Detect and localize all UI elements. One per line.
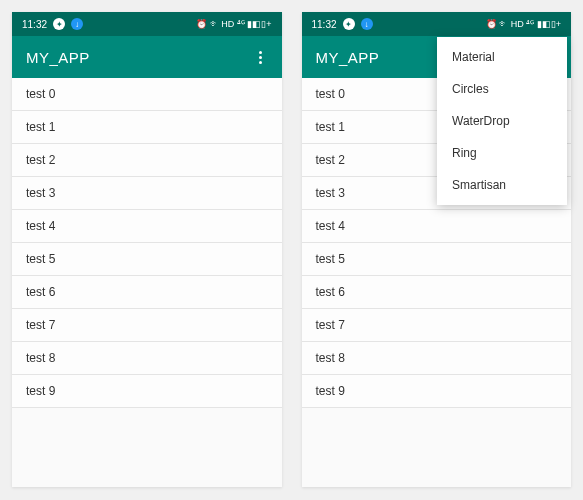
menu-item-smartisan[interactable]: Smartisan	[437, 169, 567, 201]
status-right: ⏰ ᯤ HD ⁴ᴳ ▮◧▯+	[196, 19, 271, 29]
list-item-label: test 1	[26, 120, 55, 134]
list-item-label: test 2	[316, 153, 345, 167]
menu-item-waterdrop[interactable]: WaterDrop	[437, 105, 567, 137]
status-bar: 11:32 ✦ ↓ ⏰ ᯤ HD ⁴ᴳ ▮◧▯+	[302, 12, 572, 36]
list-item-label: test 4	[26, 219, 55, 233]
list-item[interactable]: test 4	[12, 210, 282, 243]
status-bar: 11:32 ✦ ↓ ⏰ ᯤ HD ⁴ᴳ ▮◧▯+	[12, 12, 282, 36]
download-icon: ↓	[361, 18, 373, 30]
app-bar: MY_APP	[12, 36, 282, 78]
list-item-label: test 7	[316, 318, 345, 332]
list-item-label: test 3	[316, 186, 345, 200]
list-item[interactable]: test 5	[12, 243, 282, 276]
menu-item-circles[interactable]: Circles	[437, 73, 567, 105]
list-item-label: test 9	[316, 384, 345, 398]
menu-item-label: Circles	[452, 82, 489, 96]
download-icon: ↓	[71, 18, 83, 30]
list-item[interactable]: test 6	[302, 276, 572, 309]
status-left: 11:32 ✦ ↓	[312, 18, 373, 30]
status-indicators: ⏰ ᯤ HD ⁴ᴳ ▮◧▯+	[196, 19, 271, 29]
list-item[interactable]: test 2	[12, 144, 282, 177]
list-item[interactable]: test 9	[302, 375, 572, 408]
list-item[interactable]: test 9	[12, 375, 282, 408]
list-item[interactable]: test 7	[302, 309, 572, 342]
status-left: 11:32 ✦ ↓	[22, 18, 83, 30]
list-item-label: test 9	[26, 384, 55, 398]
app-title: MY_APP	[26, 49, 90, 66]
menu-item-label: Smartisan	[452, 178, 506, 192]
list-item[interactable]: test 8	[12, 342, 282, 375]
status-right: ⏰ ᯤ HD ⁴ᴳ ▮◧▯+	[486, 19, 561, 29]
list-item-label: test 3	[26, 186, 55, 200]
list-item[interactable]: test 7	[12, 309, 282, 342]
list-item-label: test 6	[316, 285, 345, 299]
menu-item-label: Material	[452, 50, 495, 64]
wechat-icon: ✦	[343, 18, 355, 30]
menu-item-ring[interactable]: Ring	[437, 137, 567, 169]
list-item[interactable]: test 8	[302, 342, 572, 375]
status-time: 11:32	[22, 19, 47, 30]
list-item[interactable]: test 4	[302, 210, 572, 243]
list-item-label: test 5	[316, 252, 345, 266]
list-item-label: test 2	[26, 153, 55, 167]
list-item-label: test 0	[26, 87, 55, 101]
list-item-label: test 6	[26, 285, 55, 299]
list-item-label: test 7	[26, 318, 55, 332]
app-title: MY_APP	[316, 49, 380, 66]
list-item-label: test 8	[316, 351, 345, 365]
list-item[interactable]: test 0	[12, 78, 282, 111]
menu-item-material[interactable]: Material	[437, 41, 567, 73]
overflow-menu-icon[interactable]	[253, 45, 268, 70]
list-item-label: test 1	[316, 120, 345, 134]
list-item-label: test 4	[316, 219, 345, 233]
list-item[interactable]: test 1	[12, 111, 282, 144]
list-item[interactable]: test 6	[12, 276, 282, 309]
popup-menu: Material Circles WaterDrop Ring Smartisa…	[437, 37, 567, 205]
status-indicators: ⏰ ᯤ HD ⁴ᴳ ▮◧▯+	[486, 19, 561, 29]
list-item-label: test 0	[316, 87, 345, 101]
status-time: 11:32	[312, 19, 337, 30]
list-item[interactable]: test 5	[302, 243, 572, 276]
phone-screen-left: 11:32 ✦ ↓ ⏰ ᯤ HD ⁴ᴳ ▮◧▯+ MY_APP test 0 t…	[12, 12, 282, 487]
menu-item-label: WaterDrop	[452, 114, 510, 128]
phone-screen-right: 11:32 ✦ ↓ ⏰ ᯤ HD ⁴ᴳ ▮◧▯+ MY_APP test 0 t…	[302, 12, 572, 487]
wechat-icon: ✦	[53, 18, 65, 30]
list-item[interactable]: test 3	[12, 177, 282, 210]
list-item-label: test 5	[26, 252, 55, 266]
menu-item-label: Ring	[452, 146, 477, 160]
list-view[interactable]: test 0 test 1 test 2 test 3 test 4 test …	[12, 78, 282, 487]
list-item-label: test 8	[26, 351, 55, 365]
